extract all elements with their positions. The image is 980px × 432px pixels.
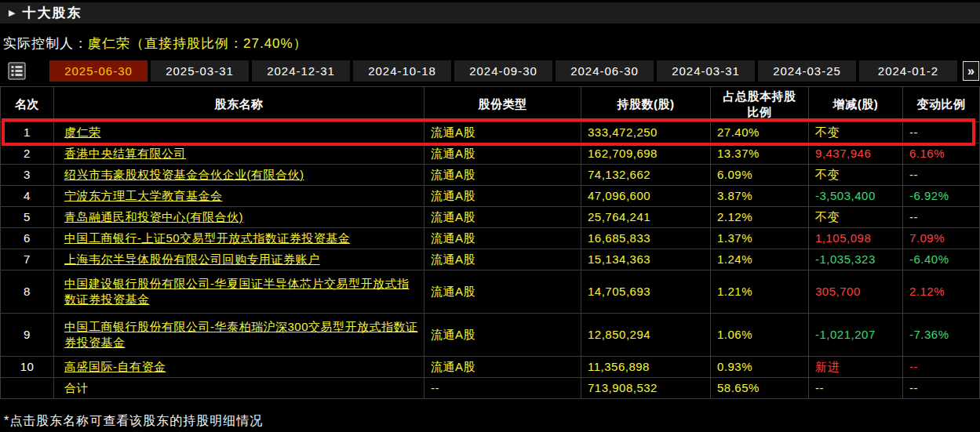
date-tab-2024-12-31[interactable]: 2024-12-31	[252, 60, 350, 82]
date-tabs: 2025-06-302025-03-312024-12-312024-10-18…	[49, 60, 963, 82]
shareholder-link[interactable]: 中国工商银行股份有限公司-华泰柏瑞沪深300交易型开放式指数证券投资基金	[64, 319, 419, 351]
share-type-cell: 流通A股	[424, 207, 581, 228]
rank-cell: 3	[1, 165, 54, 186]
more-dates-button[interactable]: »	[963, 61, 979, 81]
rank-cell: 2	[1, 143, 54, 165]
change-shares-cell: -1,035,323	[809, 249, 903, 270]
shareholder-link[interactable]: 宁波东方理工大学教育基金会	[64, 188, 223, 204]
shareholder-name-cell: 青岛融通民和投资中心(有限合伙)	[54, 207, 424, 228]
change-pct-cell: 6.16%	[903, 143, 980, 165]
rank-cell: 10	[1, 357, 54, 378]
actual-controller-line: 实际控制人：虞仁荣（直接持股比例：27.40%）	[3, 34, 308, 53]
rank-cell: 9	[1, 314, 54, 357]
share-type-cell: 流通A股	[424, 270, 581, 314]
change-pct-cell: -6.40%	[903, 249, 980, 270]
col-header-type: 股份类型	[424, 86, 581, 122]
shares-held-cell: 47,096,600	[581, 186, 711, 207]
footnote: *点击股东名称可查看该股东的持股明细情况	[4, 413, 263, 430]
change-pct-cell: --	[903, 207, 980, 228]
change-pct-cell: --	[903, 165, 980, 186]
pct-of-total-cell: 1.21%	[711, 270, 809, 314]
shareholder-name-cell: 绍兴市韦豪股权投资基金合伙企业(有限合伙)	[54, 165, 424, 186]
pct-of-total-cell: 1.24%	[711, 249, 809, 270]
shareholder-name-cell: 合计	[54, 378, 424, 399]
shares-held-cell: 11,356,898	[581, 357, 711, 378]
change-shares-cell: 不变	[809, 165, 903, 186]
shareholder-name-cell: 高盛国际-自有资金	[54, 357, 424, 378]
date-tab-2024-03-31[interactable]: 2024-03-31	[657, 60, 755, 82]
change-shares-cell: -3,503,400	[809, 186, 903, 207]
shareholder-link[interactable]: 中国工商银行-上证50交易型开放式指数证券投资基金	[64, 231, 350, 246]
date-tab-2025-03-31[interactable]: 2025-03-31	[151, 60, 249, 82]
date-tab-2025-06-30[interactable]: 2025-06-30	[49, 60, 148, 82]
date-tab-2024-09-30[interactable]: 2024-09-30	[454, 60, 552, 82]
collapse-caret-icon[interactable]: ▶	[9, 8, 15, 18]
share-type-cell: 流通A股	[424, 357, 581, 378]
controller-value: 虞仁荣（直接持股比例：27.40%）	[88, 36, 308, 51]
shares-held-cell: 333,472,250	[581, 122, 711, 143]
page-title: 十大股东	[22, 4, 82, 22]
change-pct-cell: --	[903, 357, 980, 378]
share-type-cell: 流通A股	[424, 122, 581, 143]
rank-cell	[1, 378, 54, 399]
change-shares-cell: 不变	[809, 122, 903, 143]
shareholder-link[interactable]: 高盛国际-自有资金	[64, 359, 166, 375]
col-header-name: 股东名称	[54, 86, 424, 122]
date-tab-2024-06-30[interactable]: 2024-06-30	[556, 60, 654, 82]
table-row-total: 合计--713,908,53258.65%----	[1, 378, 980, 399]
list-view-button[interactable]	[5, 60, 27, 82]
shareholder-link[interactable]: 青岛融通民和投资中心(有限合伙)	[64, 209, 243, 225]
shareholder-name-cell: 香港中央结算有限公司	[54, 143, 424, 165]
list-icon	[8, 62, 26, 80]
rank-cell: 8	[1, 270, 54, 314]
share-type-cell: 流通A股	[424, 228, 581, 249]
share-type-cell: 流通A股	[424, 143, 581, 165]
rank-cell: 1	[1, 122, 54, 143]
pct-of-total-cell: 58.65%	[711, 378, 809, 399]
double-chevron-right-icon: »	[967, 64, 975, 78]
change-shares-cell: 1,105,098	[809, 228, 903, 249]
pct-of-total-cell: 0.93%	[711, 357, 809, 378]
shareholder-link[interactable]: 上海韦尔半导体股份有限公司回购专用证券账户	[64, 252, 320, 267]
pct-of-total-cell: 1.37%	[711, 228, 809, 249]
share-type-cell: 流通A股	[424, 314, 581, 357]
col-header-rank: 名次	[1, 86, 54, 122]
change-pct-cell: 7.09%	[903, 228, 980, 249]
shareholder-name-cell: 宁波东方理工大学教育基金会	[54, 186, 424, 207]
date-tab-2024-03-25[interactable]: 2024-03-25	[758, 60, 856, 82]
col-header-pct: 占总股本持股比例	[711, 86, 809, 122]
shareholder-name-cell: 中国工商银行股份有限公司-华泰柏瑞沪深300交易型开放式指数证券投资基金	[54, 314, 424, 357]
date-tab-2024-10-18[interactable]: 2024-10-18	[353, 60, 451, 82]
shares-held-cell: 14,705,693	[581, 270, 711, 314]
shareholder-name-cell: 中国建设银行股份有限公司-华夏国证半导体芯片交易型开放式指数证券投资基金	[54, 270, 424, 314]
shares-held-cell: 74,132,662	[581, 165, 711, 186]
share-type-cell: --	[424, 378, 581, 399]
shareholder-name-cell: 虞仁荣	[54, 122, 424, 143]
date-tabbar: 2025-06-302025-03-312024-12-312024-10-18…	[0, 60, 980, 82]
share-type-cell: 流通A股	[424, 186, 581, 207]
table-header-row: 名次股东名称股份类型持股数(股)占总股本持股比例增减(股)变动比例	[1, 86, 980, 122]
pct-of-total-cell: 6.09%	[711, 165, 809, 186]
total-label: 合计	[64, 380, 89, 396]
share-type-cell: 流通A股	[424, 249, 581, 270]
table-row: 5青岛融通民和投资中心(有限合伙)流通A股25,764,2412.12%不变--	[1, 207, 980, 228]
col-header-chgpct: 变动比例	[903, 86, 980, 122]
shareholder-link[interactable]: 绍兴市韦豪股权投资基金合伙企业(有限合伙)	[64, 167, 304, 183]
pct-of-total-cell: 3.87%	[711, 186, 809, 207]
change-pct-cell: 2.12%	[903, 270, 980, 314]
top10-shareholders-panel: ▶ 十大股东 实际控制人：虞仁荣（直接持股比例：27.40%） 2025-06-…	[0, 0, 980, 432]
change-shares-cell: -1,021,207	[809, 314, 903, 357]
table-row: 9中国工商银行股份有限公司-华泰柏瑞沪深300交易型开放式指数证券投资基金流通A…	[1, 314, 980, 357]
change-pct-cell: --	[903, 122, 980, 143]
table-row: 8中国建设银行股份有限公司-华夏国证半导体芯片交易型开放式指数证券投资基金流通A…	[1, 270, 980, 314]
shareholder-link[interactable]: 虞仁荣	[64, 125, 101, 140]
shareholder-link[interactable]: 中国建设银行股份有限公司-华夏国证半导体芯片交易型开放式指数证券投资基金	[64, 276, 419, 308]
table-row: 1虞仁荣流通A股333,472,25027.40%不变--	[1, 122, 980, 143]
date-tab-2024-01-2[interactable]: 2024-01-2	[859, 60, 957, 82]
pct-of-total-cell: 1.06%	[711, 314, 809, 357]
col-header-shares: 持股数(股)	[581, 86, 711, 122]
shares-held-cell: 15,134,363	[581, 249, 711, 270]
shareholder-link[interactable]: 香港中央结算有限公司	[64, 146, 186, 162]
table-row: 7上海韦尔半导体股份有限公司回购专用证券账户流通A股15,134,3631.24…	[1, 249, 980, 270]
change-shares-cell: --	[809, 378, 903, 399]
